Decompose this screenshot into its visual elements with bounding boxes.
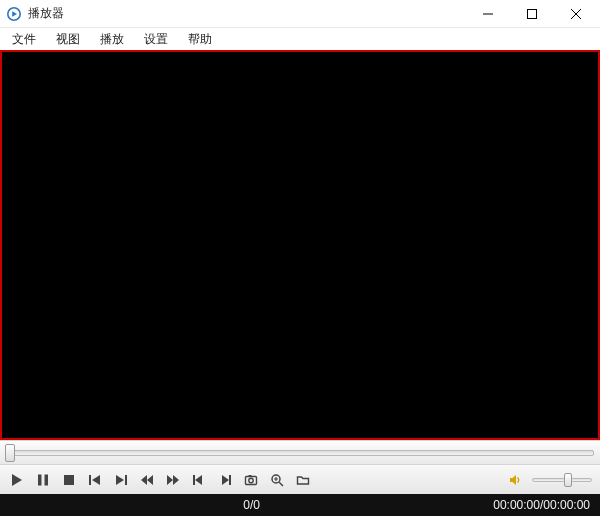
menu-view[interactable]: 视图	[46, 28, 90, 50]
play-button[interactable]	[8, 471, 26, 489]
svg-rect-5	[89, 475, 91, 485]
window-title: 播放器	[28, 5, 64, 22]
titlebar: 播放器	[0, 0, 600, 28]
seek-slider[interactable]	[6, 450, 594, 456]
svg-point-10	[249, 478, 253, 482]
svg-rect-11	[249, 475, 252, 477]
svg-rect-8	[229, 475, 231, 485]
skip-back-button[interactable]	[86, 471, 104, 489]
menu-help[interactable]: 帮助	[178, 28, 222, 50]
step-forward-button[interactable]	[216, 471, 234, 489]
app-icon	[6, 6, 22, 22]
status-position: 0/0	[243, 498, 260, 512]
pause-button[interactable]	[34, 471, 52, 489]
zoom-button[interactable]	[268, 471, 286, 489]
volume-icon[interactable]	[506, 471, 524, 489]
svg-rect-7	[193, 475, 195, 485]
seekbar-row	[0, 440, 600, 464]
open-folder-button[interactable]	[294, 471, 312, 489]
volume-slider[interactable]	[532, 478, 592, 482]
close-button[interactable]	[554, 0, 598, 28]
snapshot-button[interactable]	[242, 471, 260, 489]
volume-thumb[interactable]	[564, 473, 572, 487]
menu-play[interactable]: 播放	[90, 28, 134, 50]
statusbar: 0/0 00:00:00/00:00:00	[0, 494, 600, 516]
rewind-button[interactable]	[138, 471, 156, 489]
menu-settings[interactable]: 设置	[134, 28, 178, 50]
menubar: 文件 视图 播放 设置 帮助	[0, 28, 600, 50]
seek-thumb[interactable]	[5, 444, 15, 462]
svg-rect-2	[38, 474, 42, 485]
svg-rect-1	[528, 9, 537, 18]
svg-rect-3	[45, 474, 49, 485]
svg-rect-4	[64, 475, 74, 485]
video-area[interactable]	[0, 50, 600, 440]
controls-row	[0, 464, 600, 494]
fast-forward-button[interactable]	[164, 471, 182, 489]
skip-forward-button[interactable]	[112, 471, 130, 489]
svg-rect-6	[125, 475, 127, 485]
minimize-button[interactable]	[466, 0, 510, 28]
status-time: 00:00:00/00:00:00	[493, 498, 590, 512]
maximize-button[interactable]	[510, 0, 554, 28]
menu-file[interactable]: 文件	[2, 28, 46, 50]
step-back-button[interactable]	[190, 471, 208, 489]
stop-button[interactable]	[60, 471, 78, 489]
